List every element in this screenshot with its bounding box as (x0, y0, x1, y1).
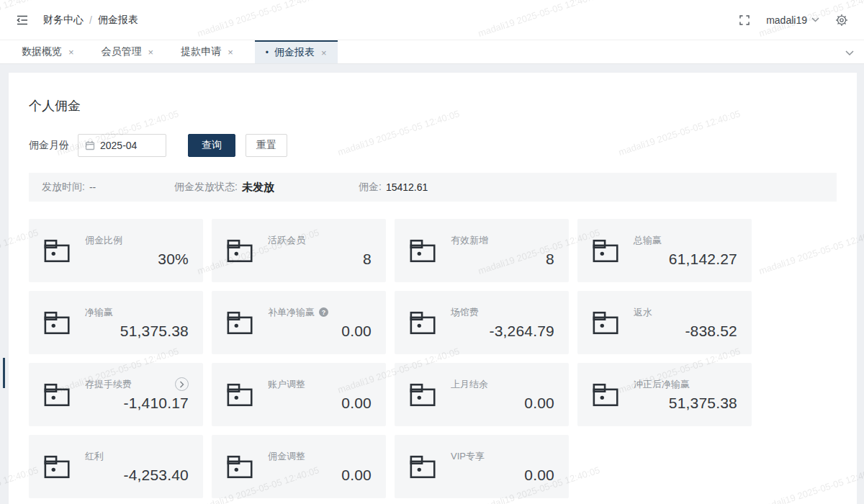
stat-card-vip-exclusive: VIP专享 0.00 (395, 435, 569, 498)
menu-fold-icon[interactable] (16, 14, 29, 27)
arrow-right-circle-icon[interactable] (175, 377, 189, 391)
release-time-label: 发放时间: (42, 181, 85, 194)
stat-card-label: 场馆费 (451, 306, 479, 319)
stat-card-venue-fee: 场馆费 -3,264.79 (395, 291, 569, 354)
wallet-folder-icon (409, 310, 438, 336)
active-tab-dot: • (266, 48, 269, 58)
wallet-folder-icon (43, 454, 72, 480)
stat-card-deposit-withdraw-fee: 存提手续费 -1,410.17 (29, 363, 203, 426)
tab-data-overview[interactable]: 数据概览 × (16, 40, 80, 63)
tab-withdrawal-request[interactable]: 提款申请 × (175, 40, 239, 63)
stat-card-value: 0.00 (451, 395, 554, 412)
release-status-value: 未发放 (242, 181, 274, 194)
stat-card-value: 0.00 (268, 467, 372, 484)
wallet-folder-icon (226, 310, 255, 336)
tab-label: 提款申请 (181, 45, 221, 58)
stat-card-value: -1,410.17 (85, 395, 189, 412)
stat-card-label: 净输赢 (85, 306, 113, 319)
stat-card-label: VIP专享 (451, 450, 485, 463)
stat-card-value: -838.52 (634, 323, 737, 340)
stat-card-value: 0.00 (451, 467, 554, 484)
stat-card-value: 51,375.38 (634, 395, 737, 412)
breadcrumb-section[interactable]: 财务中心 (43, 14, 84, 27)
stat-card-supplement-net-winloss: 补单净输赢 ? 0.00 (212, 291, 386, 354)
wallet-folder-icon (409, 382, 438, 408)
wallet-folder-icon (226, 454, 255, 480)
close-icon[interactable]: × (228, 47, 233, 58)
breadcrumb: 财务中心 / 佣金报表 (43, 14, 138, 27)
wallet-folder-icon (43, 238, 72, 264)
stat-card-label: 账户调整 (268, 378, 305, 391)
stat-card-value: 8 (268, 251, 372, 268)
filter-row: 佣金月份 查询 重置 (29, 134, 837, 157)
wallet-folder-icon (592, 238, 621, 264)
wallet-folder-icon (43, 382, 72, 408)
stat-card-label: 佣金比例 (85, 234, 122, 247)
query-button[interactable]: 查询 (188, 134, 235, 157)
stat-card-net-winloss: 净输赢 51,375.38 (29, 291, 203, 354)
release-time-value: -- (89, 181, 96, 193)
close-icon[interactable]: × (68, 47, 74, 58)
tab-label: 会员管理 (102, 45, 142, 58)
wallet-folder-icon (409, 454, 438, 480)
stat-card-label: 佣金调整 (268, 450, 305, 463)
commission-label: 佣金: (359, 181, 382, 194)
wallet-folder-icon (592, 310, 621, 336)
stat-card-account-adjustment: 账户调整 0.00 (212, 363, 386, 426)
breadcrumb-page: 佣金报表 (98, 14, 138, 27)
stat-card-value: 30% (85, 251, 189, 268)
page-title: 个人佣金 (29, 97, 837, 114)
username: madali19 (766, 14, 807, 26)
stat-card-label: 有效新增 (451, 234, 488, 247)
left-scroll-indicator (3, 358, 5, 388)
close-icon[interactable]: × (321, 48, 327, 58)
breadcrumb-separator: / (89, 14, 92, 26)
stat-card-label: 补单净输赢 (268, 306, 315, 319)
status-bar: 发放时间: -- 佣金发放状态: 未发放 佣金: 15412.61 (29, 173, 837, 202)
stat-card-value: 61,142.27 (634, 251, 737, 268)
month-picker[interactable] (78, 134, 166, 157)
stat-card-active-members: 活跃会员 8 (212, 219, 386, 282)
chevron-down-icon (811, 17, 819, 22)
fullscreen-icon[interactable] (739, 14, 750, 26)
month-filter-label: 佣金月份 (29, 139, 69, 152)
stat-card-value: -4,253.40 (85, 467, 189, 484)
stat-card-bonus: 红利 -4,253.40 (29, 435, 203, 498)
wallet-folder-icon (409, 238, 438, 264)
wallet-folder-icon (226, 382, 255, 408)
tab-commission-report[interactable]: • 佣金报表 × (255, 40, 338, 63)
calendar-icon (85, 140, 95, 150)
wallet-folder-icon (592, 382, 621, 408)
question-circle-icon[interactable]: ? (319, 307, 328, 317)
stat-card-value: 51,375.38 (85, 323, 189, 340)
tab-member-management[interactable]: 会员管理 × (96, 40, 160, 63)
stat-card-valid-new: 有效新增 8 (395, 219, 569, 282)
stat-card-label: 活跃会员 (268, 234, 305, 247)
tab-options-chevron-down-icon[interactable] (845, 47, 854, 58)
commission-value: 15412.61 (386, 181, 428, 193)
reset-button[interactable]: 重置 (246, 134, 287, 157)
release-status-label: 佣金发放状态: (174, 181, 238, 194)
user-menu[interactable]: madali19 (766, 14, 819, 26)
app-header: 财务中心 / 佣金报表 madali19 (0, 0, 864, 40)
stat-card-value: 8 (451, 251, 554, 268)
stat-card-corrected-net-winloss: 冲正后净输赢 51,375.38 (577, 363, 752, 426)
close-icon[interactable]: × (148, 47, 154, 58)
stat-card-label: 红利 (85, 450, 104, 463)
stat-card-value: -3,264.79 (451, 323, 554, 340)
tab-bar: 数据概览 × 会员管理 × 提款申请 × • 佣金报表 × (0, 40, 864, 64)
stat-card-last-month-balance: 上月结余 0.00 (395, 363, 569, 426)
stat-card-label: 存提手续费 (85, 378, 132, 391)
stat-card-commission-ratio: 佣金比例 30% (29, 219, 203, 282)
content-panel: 个人佣金 佣金月份 查询 重置 发放时间: -- 佣金发放状态: 未发放 佣金:… (9, 73, 857, 504)
stat-card-grid: 佣金比例 30% 活跃会员 8 有效新增 8 (29, 219, 837, 498)
commission-month-input[interactable] (100, 140, 158, 151)
gear-icon[interactable] (835, 14, 848, 27)
stat-card-total-winloss: 总输赢 61,142.27 (577, 219, 752, 282)
tab-label: 数据概览 (22, 45, 62, 58)
stat-card-label: 总输赢 (634, 234, 662, 247)
wallet-folder-icon (43, 310, 72, 336)
tab-label: 佣金报表 (274, 46, 315, 59)
stat-card-value: 0.00 (268, 323, 372, 340)
wallet-folder-icon (226, 238, 255, 264)
